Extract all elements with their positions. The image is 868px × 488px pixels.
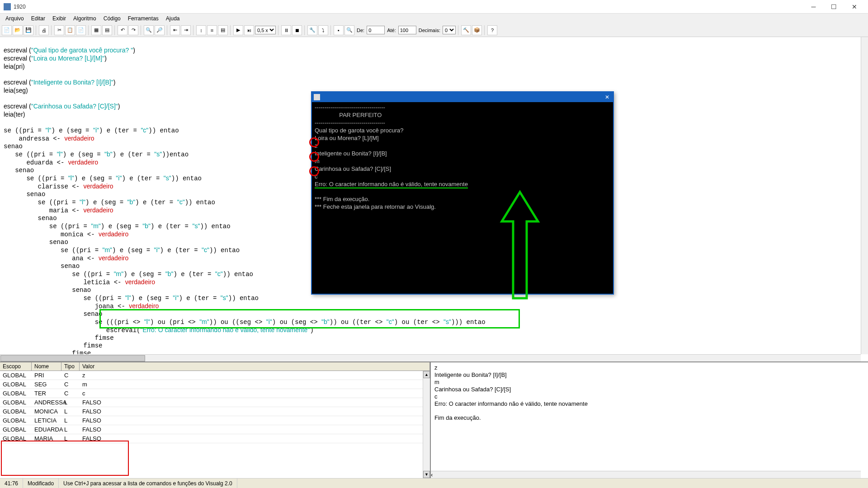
var-row: GLOBALSEGCm <box>0 380 430 389</box>
console-window: ✕ ------------------------------------ P… <box>311 91 614 295</box>
modified-indicator: Modificado <box>23 479 59 488</box>
var-row: GLOBALPRICz <box>0 371 430 380</box>
tool2-button[interactable]: 📦 <box>472 25 482 35</box>
window-title: 1920 <box>14 4 803 10</box>
separator <box>88 25 89 35</box>
close-button[interactable]: ✕ <box>844 0 864 13</box>
tool1-button[interactable]: 🔨 <box>461 25 471 35</box>
annotation-arrow <box>500 190 540 305</box>
sort-button[interactable]: ↕ <box>196 25 206 35</box>
separator <box>484 25 485 35</box>
app-icon <box>4 3 11 10</box>
statusbar: 41:76 Modificado Use Ctrl+J para acessar… <box>0 478 868 488</box>
menu-bar: Arquivo Editar Exibir Algoritmo Código F… <box>0 14 868 23</box>
decimals-select[interactable]: 0 <box>443 26 456 34</box>
redo-button[interactable]: ↷ <box>128 25 138 35</box>
to-input[interactable] <box>398 26 416 34</box>
console-output: ------------------------------------ PAR… <box>312 102 613 294</box>
separator <box>330 25 331 35</box>
status-hint: Use Ctrl+J para acessar a lista de coman… <box>59 479 237 488</box>
lines-button[interactable]: ▤ <box>218 25 228 35</box>
decimals-label: Decimais: <box>419 28 440 33</box>
bottom-panels: Escopo Nome Tipo Valor GLOBALPRICz GLOBA… <box>0 361 868 478</box>
step-over-button[interactable]: ⤵ <box>318 25 328 35</box>
output-panel: z Inteligente ou Bonita? [I]/[B] m Carin… <box>430 362 868 478</box>
console-close-button[interactable]: ✕ <box>603 93 611 101</box>
replace-button[interactable]: 🔎 <box>155 25 165 35</box>
print-button[interactable]: 🖨 <box>39 25 49 35</box>
menu-editar[interactable]: Editar <box>28 14 49 23</box>
paste-button[interactable]: 📄 <box>76 25 86 35</box>
from-label: De: <box>357 28 364 33</box>
console-titlebar[interactable]: ✕ <box>312 92 613 102</box>
to-label: Até: <box>387 28 396 33</box>
run-button[interactable]: ▶ <box>233 25 243 35</box>
separator <box>51 25 52 35</box>
help-button[interactable]: ? <box>487 25 497 35</box>
variables-header: Escopo Nome Tipo Valor <box>0 362 430 371</box>
separator <box>141 25 142 35</box>
cursor-position: 41:76 <box>0 479 23 488</box>
separator <box>230 25 231 35</box>
numbers-button[interactable]: ≡ <box>207 25 217 35</box>
menu-exibir[interactable]: Exibir <box>49 14 70 23</box>
break-button[interactable]: ⏸ <box>281 25 291 35</box>
open-button[interactable]: 📂 <box>13 25 23 35</box>
separator <box>193 25 194 35</box>
step-button[interactable]: ⏯ <box>244 25 254 35</box>
window-titlebar: 1920 ─ ☐ ✕ <box>0 0 868 14</box>
speed-select[interactable]: 0,5 x <box>255 26 276 34</box>
copy-button[interactable]: 📋 <box>65 25 75 35</box>
variables-panel: Escopo Nome Tipo Valor GLOBALPRICz GLOBA… <box>0 362 430 478</box>
menu-codigo[interactable]: Código <box>100 14 124 23</box>
separator <box>458 25 459 35</box>
variables-vscroll[interactable]: ▲▼ <box>423 371 430 478</box>
separator <box>278 25 279 35</box>
var-row: GLOBALMONICALFALSO <box>0 407 430 416</box>
menu-arquivo[interactable]: Arquivo <box>2 14 28 23</box>
separator <box>114 25 115 35</box>
menu-ferramentas[interactable]: Ferramentas <box>124 14 162 23</box>
var-row: GLOBALTERCc <box>0 389 430 398</box>
console-icon <box>314 94 320 100</box>
separator <box>167 25 168 35</box>
variables-rows: GLOBALPRICz GLOBALSEGCm GLOBALTERCc GLOB… <box>0 371 430 478</box>
minimize-button[interactable]: ─ <box>803 0 824 13</box>
var-row: GLOBALEDUARDALFALSO <box>0 425 430 434</box>
annotation-circle-3 <box>309 166 319 176</box>
from-input[interactable] <box>367 26 385 34</box>
doc-button[interactable]: ▤ <box>102 25 112 35</box>
var-row: GLOBALLETICIALFALSO <box>0 416 430 425</box>
menu-ajuda[interactable]: Ajuda <box>162 14 184 23</box>
annotation-circle-1 <box>309 137 319 147</box>
indent-button[interactable]: ⇥ <box>181 25 191 35</box>
zoom-icon[interactable]: 🔍 <box>344 25 354 35</box>
separator <box>304 25 305 35</box>
annotation-circle-2 <box>309 152 319 162</box>
save-button[interactable]: 💾 <box>24 25 33 35</box>
tile-button[interactable]: ▦ <box>91 25 101 35</box>
find-button[interactable]: 🔍 <box>144 25 154 35</box>
separator <box>36 25 37 35</box>
undo-button[interactable]: ↶ <box>118 25 127 35</box>
editor-hscroll[interactable] <box>0 354 861 361</box>
console-button[interactable]: ▪ <box>334 25 344 35</box>
var-row: GLOBALMARIALFALSO <box>0 434 430 443</box>
menu-algoritmo[interactable]: Algoritmo <box>70 14 100 23</box>
cut-button[interactable]: ✂ <box>54 25 64 35</box>
new-button[interactable]: 📄 <box>2 25 12 35</box>
maximize-button[interactable]: ☐ <box>824 0 844 13</box>
stop-button[interactable]: ⏹ <box>292 25 302 35</box>
editor-vscroll[interactable] <box>861 37 868 354</box>
outdent-button[interactable]: ⇤ <box>170 25 180 35</box>
var-row: GLOBALANDRESSALFALSO <box>0 398 430 407</box>
vars-button[interactable]: 🔧 <box>307 25 317 35</box>
toolbar: 📄 📂 💾 🖨 ✂ 📋 📄 ▦ ▤ ↶ ↷ 🔍 🔎 ⇤ ⇥ ↕ ≡ ▤ ▶ ⏯ … <box>0 23 868 37</box>
output-hscroll[interactable]: ‹ <box>431 471 861 478</box>
